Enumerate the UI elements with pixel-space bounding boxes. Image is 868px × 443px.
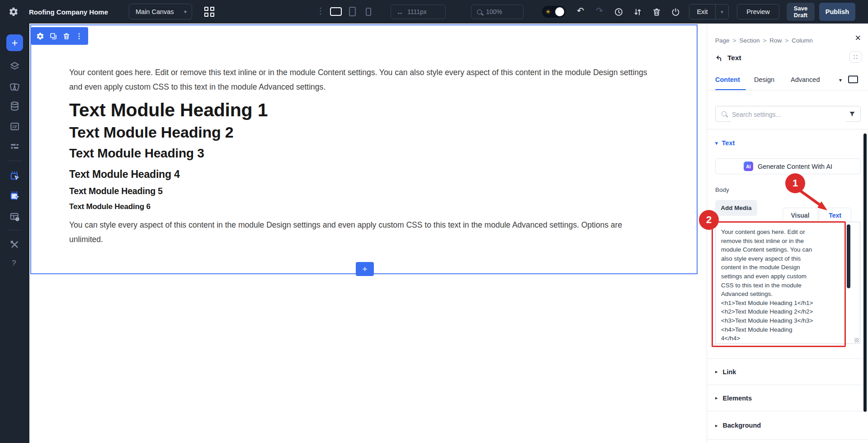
- generate-ai-button[interactable]: AI Generate Content With AI: [715, 158, 861, 174]
- exit-label: Exit: [689, 8, 715, 15]
- textarea-line: CSS to this text in the module: [721, 281, 854, 290]
- module-heading-5: Text Module Heading 5: [69, 185, 652, 197]
- editor-tab-visual[interactable]: Visual: [783, 208, 818, 222]
- power-icon[interactable]: [671, 7, 680, 17]
- page-title: Roofing Company Home: [29, 0, 108, 24]
- swatches-icon[interactable]: [9, 81, 20, 92]
- zoom-field[interactable]: 100%: [471, 5, 524, 19]
- breadcrumb-column[interactable]: Column: [792, 37, 813, 44]
- textarea-line: Advanced settings.: [721, 290, 854, 299]
- light-dark-toggle[interactable]: ☀: [542, 6, 566, 18]
- breadcrumb-page[interactable]: Page: [715, 37, 730, 44]
- textarea-resize-handle[interactable]: [854, 338, 859, 343]
- section-link[interactable]: ▸ Link: [707, 358, 868, 385]
- preview-frame-icon[interactable]: [848, 76, 858, 83]
- tabs-caret-icon[interactable]: ▾: [839, 77, 842, 83]
- body-textarea[interactable]: Your content goes here. Edit or remove t…: [715, 222, 860, 344]
- breadcrumb-section[interactable]: Section: [739, 37, 760, 44]
- module-settings-gear-icon[interactable]: [36, 32, 44, 40]
- settings-search: [715, 106, 861, 122]
- breadcrumb-separator: >: [763, 37, 766, 44]
- breadcrumb[interactable]: Page>Section>Row>Column: [715, 37, 813, 44]
- annotation-step-2: 2: [699, 210, 719, 230]
- redo-icon[interactable]: ↷: [596, 6, 603, 16]
- duplicate-icon[interactable]: [49, 32, 57, 40]
- history-clock-icon[interactable]: [614, 7, 623, 17]
- interaction-select-icon[interactable]: [9, 170, 20, 181]
- tools-icon[interactable]: [9, 239, 20, 250]
- chevron-down-icon: ▾: [184, 9, 187, 15]
- section-elements-label: Elements: [723, 395, 752, 402]
- panel-scrollbar[interactable]: [863, 133, 867, 412]
- textarea-line: <h4>Text Module Heading: [721, 325, 854, 334]
- section-elements[interactable]: ▸ Elements: [707, 385, 868, 411]
- close-panel-icon[interactable]: ×: [855, 33, 861, 43]
- tabs-divider: [707, 90, 868, 91]
- triangle-down-icon: ▾: [715, 140, 718, 146]
- top-toolbar: Roofing Company Home Main Canvas ▾ ⋮ ↔ 1…: [0, 0, 868, 24]
- textarea-line: <h3>Text Module Heading 3</h3>: [721, 316, 854, 325]
- table-settings-icon[interactable]: [9, 211, 20, 223]
- section-background[interactable]: ▸ Background: [707, 411, 868, 440]
- canvas-selector-dropdown[interactable]: Main Canvas ▾: [129, 4, 192, 19]
- breadcrumb-separator: >: [733, 37, 736, 44]
- editor-tab-text[interactable]: Text: [819, 208, 851, 222]
- module-heading-4: Text Module Heading 4: [69, 167, 652, 181]
- canvas-width-field[interactable]: ↔ 1111px: [391, 5, 446, 19]
- module-panel-icon[interactable]: [9, 121, 20, 132]
- drag-handle-icon[interactable]: ⋮: [75, 32, 83, 40]
- desktop-view-icon[interactable]: [330, 7, 342, 16]
- settings-panel: Page>Section>Row>Column × Text ∷ Content…: [707, 24, 868, 443]
- layout-grid-icon[interactable]: [204, 7, 215, 17]
- exit-button[interactable]: Exit ▾: [689, 4, 729, 19]
- module-paragraph-2: You can style every aspect of this conte…: [69, 218, 652, 247]
- text-section-toggle[interactable]: ▾ Text: [715, 139, 735, 147]
- module-paragraph-1: Your content goes here. Edit or remove t…: [69, 65, 652, 94]
- settings-gear-icon[interactable]: [9, 7, 19, 17]
- phone-view-icon[interactable]: [366, 8, 371, 16]
- tab-advanced[interactable]: Advanced: [791, 76, 820, 83]
- filter-icon[interactable]: [849, 110, 856, 118]
- layers-icon[interactable]: [9, 61, 20, 72]
- add-section-button[interactable]: +: [356, 262, 374, 276]
- module-heading-2: Text Module Heading 2: [69, 123, 652, 141]
- tab-content[interactable]: Content: [715, 76, 740, 83]
- publish-button[interactable]: Publish: [819, 3, 855, 21]
- rows-list-icon[interactable]: [9, 141, 20, 152]
- search-input[interactable]: [731, 107, 846, 122]
- body-field-label: Body: [715, 186, 729, 193]
- text-module-content[interactable]: Your content goes here. Edit or remove t…: [69, 65, 652, 247]
- delete-trash-icon[interactable]: [62, 32, 71, 40]
- dock-panel-button[interactable]: ∷: [849, 51, 862, 63]
- generate-ai-label: Generate Content With AI: [758, 163, 832, 170]
- canvas-selector-value: Main Canvas: [136, 8, 184, 15]
- module-title: Text: [727, 54, 741, 62]
- undo-icon[interactable]: ↶: [577, 6, 584, 16]
- back-arrow-icon[interactable]: [715, 55, 723, 62]
- textarea-line: remove this text inline or in the: [721, 237, 854, 246]
- preview-button[interactable]: Preview: [737, 4, 779, 19]
- selected-section-canvas[interactable]: ⋮ Your content goes here. Edit or remove…: [30, 24, 698, 274]
- triangle-right-icon: ▸: [715, 395, 718, 401]
- tablet-view-icon[interactable]: [349, 7, 356, 16]
- breadcrumb-row[interactable]: Row: [769, 37, 782, 44]
- tab-design[interactable]: Design: [754, 76, 774, 83]
- textarea-line: Your content goes here. Edit or: [721, 228, 854, 237]
- add-media-button[interactable]: Add Media: [715, 200, 757, 216]
- add-module-button[interactable]: +: [6, 34, 23, 51]
- breadcrumb-separator: >: [785, 37, 788, 44]
- save-draft-button[interactable]: Save Draft: [787, 3, 815, 21]
- trash-icon[interactable]: [652, 7, 661, 17]
- zoom-value: 100%: [486, 8, 502, 15]
- textarea-scrollbar[interactable]: [847, 224, 850, 288]
- textarea-line: also style every aspect of this: [721, 254, 854, 263]
- triangle-right-icon: ▸: [715, 423, 718, 429]
- textarea-line: <h2>Text Module Heading 2</h2>: [721, 307, 854, 316]
- exit-chevron-icon[interactable]: ▾: [715, 5, 728, 19]
- more-options-icon[interactable]: ⋮: [316, 6, 325, 16]
- help-icon[interactable]: ?: [12, 259, 16, 268]
- interaction-select-alt-icon[interactable]: [9, 190, 20, 201]
- sidebar-divider: [8, 161, 22, 161]
- sort-arrows-icon[interactable]: [633, 7, 642, 17]
- database-icon[interactable]: [9, 100, 20, 112]
